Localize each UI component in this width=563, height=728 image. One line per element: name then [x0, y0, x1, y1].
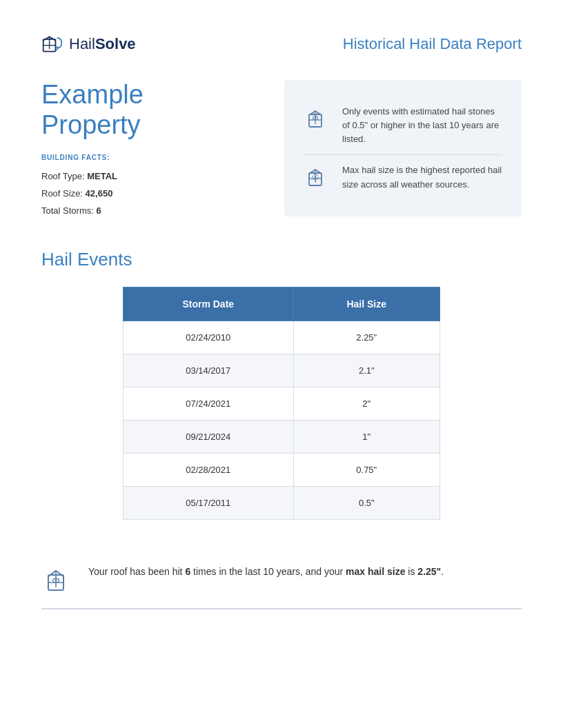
cell-hail-size: 1" [293, 420, 439, 453]
col-storm-date: Storm Date [124, 287, 294, 321]
info-item-1: Only events with estimated hail stones o… [304, 97, 502, 154]
logo-text: HailSolve [69, 35, 136, 53]
hail-events-title: Hail Events [41, 249, 522, 270]
logo: HailSolve [41, 33, 136, 55]
table-row: 03/14/20172.1" [124, 354, 440, 387]
cell-hail-size: 2.25" [293, 321, 439, 354]
info-text-2: Max hail size is the highest reported ha… [342, 163, 502, 191]
footer-hits-count: 6 [185, 566, 190, 577]
cell-hail-size: 0.75" [293, 453, 439, 486]
property-section: ExampleProperty BUILDING FACTS: Roof Typ… [41, 80, 522, 221]
total-storms: Total Storms: 6 [41, 204, 262, 219]
footer-text-is: is [405, 566, 417, 577]
footer-text-after: times in the last 10 years, and your [190, 566, 346, 577]
svg-point-7 [315, 117, 316, 119]
table-row: 07/24/20212" [124, 387, 440, 420]
hail-cube-icon-1 [304, 105, 331, 132]
cell-hail-size: 2" [293, 387, 439, 420]
footer-max-hail-label: max hail size [346, 566, 405, 577]
footer-text: Your roof has been hit 6 times in the la… [88, 564, 444, 579]
header: HailSolve Historical Hail Data Report [41, 33, 522, 55]
cell-hail-size: 2.1" [293, 354, 439, 387]
table-header-row: Storm Date Hail Size [124, 287, 440, 321]
roof-size: Roof Size: 42,650 [41, 187, 262, 201]
cell-date: 03/14/2017 [124, 354, 294, 387]
info-item-2: Max hail size is the highest reported ha… [304, 154, 502, 199]
footer-max-hail-value: 2.25" [417, 566, 441, 577]
roof-type: Roof Type: METAL [41, 170, 262, 184]
footer-hail-icon [41, 564, 75, 597]
footer-text-period: . [441, 566, 444, 577]
info-box: Only events with estimated hail stones o… [284, 80, 522, 216]
cell-date: 09/21/2024 [124, 420, 294, 453]
table-row: 02/24/20102.25" [124, 321, 440, 354]
property-name: ExampleProperty [41, 80, 262, 140]
events-table: Storm Date Hail Size 02/24/20102.25"03/1… [123, 287, 440, 520]
info-text-1: Only events with estimated hail stones o… [342, 105, 502, 146]
svg-point-12 [315, 176, 317, 179]
events-table-wrapper: Storm Date Hail Size 02/24/20102.25"03/1… [123, 287, 440, 520]
table-row: 02/28/20210.75" [124, 453, 440, 486]
building-facts-label: BUILDING FACTS: [41, 154, 262, 161]
table-row: 05/17/20110.5" [124, 486, 440, 519]
cell-date: 02/24/2010 [124, 321, 294, 354]
building-facts: Roof Type: METAL Roof Size: 42,650 Total… [41, 170, 262, 218]
cell-date: 05/17/2011 [124, 486, 294, 519]
cell-date: 07/24/2021 [124, 387, 294, 420]
page: HailSolve Historical Hail Data Report Ex… [0, 0, 563, 728]
svg-point-17 [55, 579, 57, 581]
footer-text-before: Your roof has been hit [88, 566, 185, 577]
property-info: ExampleProperty BUILDING FACTS: Roof Typ… [41, 80, 262, 221]
footer-summary: Your roof has been hit 6 times in the la… [41, 564, 522, 609]
logo-icon [41, 33, 63, 55]
hail-cube-icon-2 [304, 163, 331, 191]
table-row: 09/21/20241" [124, 420, 440, 453]
cell-hail-size: 0.5" [293, 486, 439, 519]
col-hail-size: Hail Size [293, 287, 439, 321]
report-title: Historical Hail Data Report [343, 35, 522, 53]
cell-date: 02/28/2021 [124, 453, 294, 486]
